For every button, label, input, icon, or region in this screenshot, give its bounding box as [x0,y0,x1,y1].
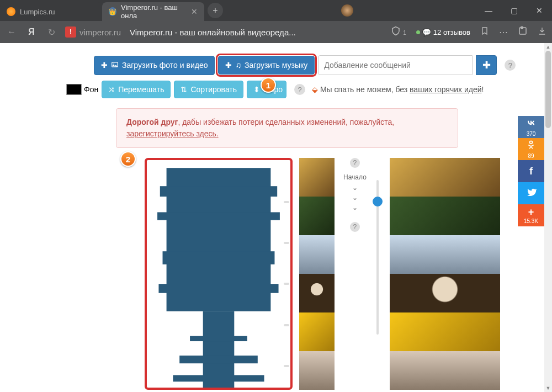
facebook-icon: f [529,166,533,177]
slider-track [376,180,379,335]
chevron-down-icon[interactable]: ⌄ [352,184,358,191]
browser-tab-inactive[interactable]: Lumpics.ru [0,2,102,21]
share-ok-button[interactable]: 89 [518,138,544,160]
tab-title: Vimperor.ru - ваш онла [121,3,187,20]
favicon-icon: 👑 [109,7,116,16]
extensions-icon[interactable] [518,26,528,38]
clip-thumbnail[interactable] [299,158,335,197]
new-tab-button[interactable]: + [208,3,223,18]
tab-title: Lumpics.ru [20,8,55,16]
register-link[interactable]: зарегистрируйтесь здесь. [126,129,219,138]
help-icon[interactable]: ? [350,158,360,168]
callout-badge-2: 2 [120,151,136,167]
upload-music-button[interactable]: ✚ ♫ Загрузить музыку [218,56,315,75]
url-domain: vimperor.ru [79,28,121,37]
profile-avatar[interactable] [341,4,353,17]
align-icon: ⬍ [253,85,260,94]
close-icon[interactable]: ✕ [191,7,198,16]
upload-toolbar: ✚ Загрузить фото и видео ✚ ♫ Загрузить м… [94,55,528,75]
bg-label: Фон [84,85,98,94]
downloads-icon[interactable] [538,27,546,38]
plus-icon: ✚ [101,61,108,70]
preview-frame[interactable] [390,235,500,274]
scroll-down-arrow[interactable]: ▼ [544,384,552,392]
waveform-marker[interactable] [284,201,289,203]
image-icon [111,61,119,70]
maximize-button[interactable]: ▢ [501,0,527,21]
svg-point-26 [530,141,533,144]
share-more-button[interactable]: +15.3K [518,204,544,226]
svg-rect-5 [160,186,277,197]
help-icon[interactable]: ? [350,222,360,232]
preview-frame[interactable] [390,197,500,235]
hot-ideas-link[interactable]: ваших горячих идей [410,85,481,94]
color-swatch [66,84,82,95]
volume-slider[interactable] [376,158,379,390]
svg-rect-12 [190,336,247,341]
waveform-marker[interactable] [284,365,289,367]
sort-button[interactable]: ⇅ Сортировать [174,81,243,98]
callout-badge-1: 1 [261,77,276,93]
reviews-link[interactable]: 💬12 отзывов [416,28,470,36]
bookmark-icon[interactable] [480,27,489,38]
window-controls: ― ▢ ✕ [476,0,552,21]
chevron-down-icon[interactable]: ⌄ [352,204,358,211]
waveform-marker[interactable] [284,324,289,326]
share-count: 89 [528,153,534,159]
upload-media-button[interactable]: ✚ Загрузить фото и видео [94,56,215,75]
preview-frame[interactable] [390,158,500,197]
scrollbar-thumb[interactable] [545,51,551,128]
close-window-button[interactable]: ✕ [527,0,552,21]
preview-frames [390,158,500,390]
button-label: Загрузить фото и видео [122,61,208,70]
url-display[interactable]: ! vimperor.ru Vimperor.ru - ваш онлайнов… [65,27,296,38]
shield-icon[interactable]: 1 [391,26,406,38]
waveform-marker[interactable] [284,242,289,244]
security-warning-icon: ! [65,27,76,38]
menu-icon[interactable]: ⋯ [499,27,508,38]
background-picker[interactable]: Фон [66,84,98,95]
share-vk-button[interactable]: 370 [518,116,544,138]
add-message-button[interactable]: ✚ [476,55,497,75]
share-count: 370 [527,131,536,137]
editor-area: ? Начало ⌄ ⌄ ⌄ ? [145,158,528,390]
clip-thumbnails [299,158,335,390]
url-title: Vimperor.ru - ваш онлайновый видеореда..… [130,28,296,37]
svg-rect-7 [163,251,275,264]
preview-frame[interactable] [390,312,500,351]
svg-rect-10 [179,356,258,363]
share-facebook-button[interactable]: f [518,160,544,182]
reload-button[interactable]: ↻ [45,27,57,38]
waveform-marker[interactable] [284,283,289,285]
audio-waveform[interactable] [145,158,293,390]
share-twitter-button[interactable] [518,182,544,204]
slider-thumb[interactable] [373,197,383,206]
yandex-icon[interactable]: Я [25,27,38,37]
browser-tab-active[interactable]: 👑 Vimperor.ru - ваш онла ✕ [102,2,204,21]
music-icon: ♫ [235,61,241,70]
help-icon[interactable]: ? [505,60,516,71]
status-dot-icon [416,30,420,34]
chevron-down-icon[interactable]: ⌄ [352,194,358,201]
clip-thumbnail[interactable] [299,312,335,351]
clip-thumbnail[interactable] [299,235,335,274]
vertical-scrollbar[interactable]: ▲ ▼ [544,43,552,392]
shuffle-button[interactable]: ⤭ Перемешать [102,81,171,98]
clip-thumbnail[interactable] [299,274,335,312]
help-icon[interactable]: ? [294,84,305,95]
preview-frame[interactable] [390,274,500,312]
clip-thumbnail[interactable] [299,351,335,390]
twitter-icon [526,187,537,200]
hot-ideas-text: ⬙ Мы спать не можем, без ваших горячих и… [312,85,484,94]
preview-frame[interactable] [390,351,500,390]
back-button[interactable]: ← [6,27,18,37]
vk-icon [526,117,537,131]
message-input[interactable] [318,55,473,75]
button-label: Сортировать [190,85,237,94]
clip-thumbnail[interactable] [299,197,335,235]
scroll-up-arrow[interactable]: ▲ [544,43,552,51]
svg-rect-8 [158,284,278,293]
fire-icon: ⬙ [312,85,318,94]
start-controls: ? Начало ⌄ ⌄ ⌄ ? [343,158,367,390]
minimize-button[interactable]: ― [476,0,501,21]
